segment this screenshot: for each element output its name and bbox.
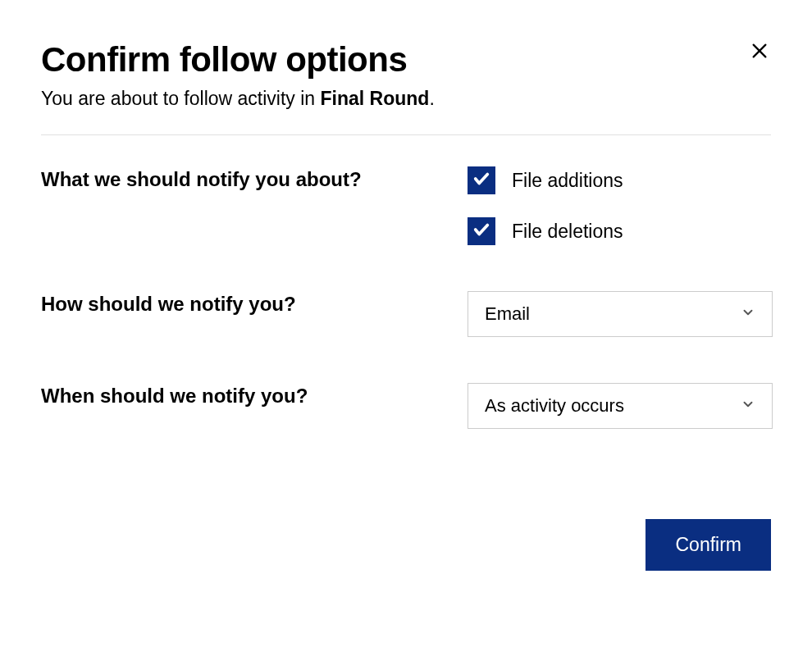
checkbox-box	[468, 217, 495, 245]
checkbox-box	[468, 166, 495, 194]
notify-how-select[interactable]: Email	[468, 291, 773, 337]
notify-about-row: What we should notify you about? File ad…	[41, 166, 771, 245]
subtitle-target: Final Round	[321, 88, 430, 109]
dialog-subtitle: You are about to follow activity in Fina…	[41, 87, 771, 112]
select-value: As activity occurs	[485, 395, 624, 417]
divider	[41, 134, 771, 135]
close-button[interactable]	[748, 41, 771, 64]
dialog-title: Confirm follow options	[41, 41, 771, 79]
subtitle-suffix: .	[429, 88, 434, 109]
checkbox-label: File deletions	[512, 221, 623, 243]
confirm-button[interactable]: Confirm	[645, 519, 771, 571]
checkbox-label: File additions	[512, 170, 623, 192]
dialog-footer: Confirm	[41, 519, 771, 571]
check-icon	[472, 221, 490, 242]
close-icon	[750, 42, 769, 63]
checkbox-file-deletions[interactable]: File deletions	[468, 217, 771, 245]
subtitle-prefix: You are about to follow activity in	[41, 88, 321, 109]
check-icon	[472, 170, 490, 191]
chevron-down-icon	[741, 305, 755, 323]
chevron-down-icon	[741, 397, 755, 415]
checkbox-file-additions[interactable]: File additions	[468, 166, 771, 194]
notify-when-select[interactable]: As activity occurs	[468, 383, 773, 429]
select-value: Email	[485, 303, 530, 325]
notify-about-label: What we should notify you about?	[41, 166, 451, 193]
notify-when-label: When should we notify you?	[41, 383, 451, 409]
notify-how-label: How should we notify you?	[41, 291, 451, 317]
notify-when-row: When should we notify you? As activity o…	[41, 383, 771, 429]
notify-how-row: How should we notify you? Email	[41, 291, 771, 337]
